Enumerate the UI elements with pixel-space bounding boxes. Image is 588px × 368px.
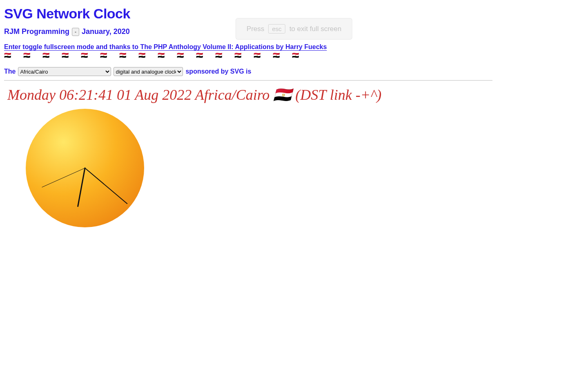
timezone-select[interactable]: Africa/Cairo [18,67,111,76]
digital-time: 06:21:41 [59,87,113,103]
toggle-fullscreen-button[interactable]: - [72,28,79,36]
controls-suffix: sponsored by SVG is [185,68,251,75]
analogue-clock [24,107,584,231]
divider [4,80,492,81]
digital-weekday: Monday [7,87,56,103]
flag-strip: 🇪🇬🇪🇬🇪🇬🇪🇬🇪🇬🇪🇬🇪🇬🇪🇬🇪🇬🇪🇬🇪🇬🇪🇬🇪🇬🇪🇬🇪🇬🇪🇬 [4,52,584,58]
dst-link[interactable]: (DST link -+^) [295,87,381,103]
credits-link[interactable]: Enter toggle fullscreen mode and thanks … [4,43,584,51]
digital-tz: Africa/Cairo [195,87,270,103]
egypt-flag-icon: 🇪🇬 [273,87,292,103]
subtitle-suffix: January, 2020 [82,27,130,36]
controls-line: The Africa/Cairo digital and analogue cl… [4,67,584,76]
digital-date: 01 Aug 2022 [117,87,192,103]
subtitle-prefix: RJM Programming [4,27,69,36]
digital-clock: Monday 06:21:41 01 Aug 2022 Africa/Cairo… [7,86,584,103]
clock-mode-select[interactable]: digital and analogue clock [114,67,183,76]
analogue-clock-svg [24,107,146,229]
subtitle-line: RJM Programming - January, 2020 [4,27,584,36]
page-title: SVG Network Clock [4,6,584,22]
controls-prefix: The [4,68,16,75]
